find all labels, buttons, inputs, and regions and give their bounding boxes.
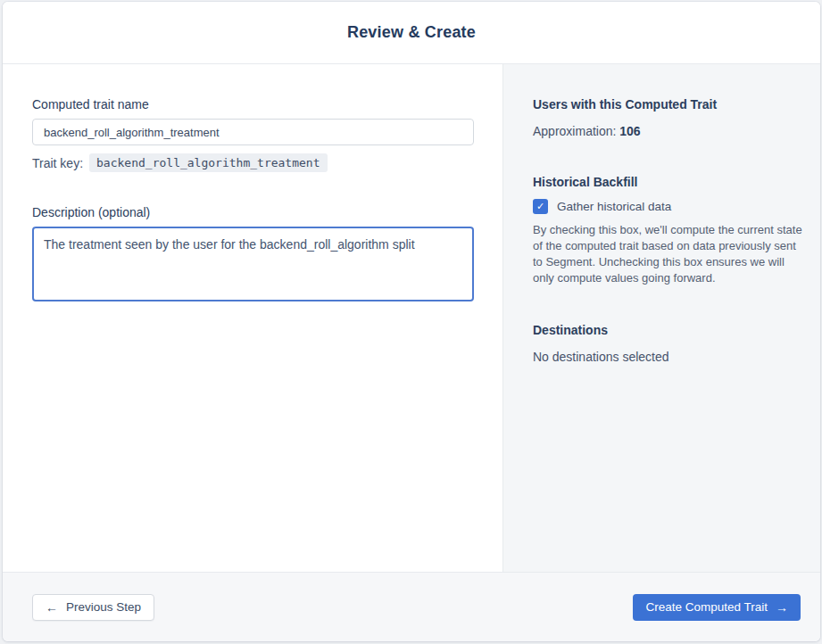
- summary-sidebar: Users with this Computed Trait Approxima…: [502, 64, 820, 572]
- description-label: Description (optional): [32, 205, 474, 219]
- page-title: Review & Create: [347, 23, 476, 42]
- previous-step-label: Previous Step: [66, 600, 141, 614]
- backfill-description: By checking this box, we'll compute the …: [533, 222, 806, 286]
- create-computed-trait-button[interactable]: Create Computed Trait →: [633, 594, 801, 621]
- computed-trait-name-label: Computed trait name: [32, 97, 474, 111]
- description-textarea[interactable]: The treatment seen by the user for the b…: [32, 227, 474, 301]
- backfill-heading: Historical Backfill: [533, 175, 806, 189]
- footer-bar: ← Previous Step Create Computed Trait →: [3, 572, 820, 641]
- review-create-card: Review & Create Computed trait name Trai…: [3, 2, 820, 641]
- gather-historical-data-label[interactable]: Gather historical data: [557, 200, 671, 213]
- arrow-left-icon: ←: [46, 601, 58, 614]
- users-section: Users with this Computed Trait Approxima…: [533, 97, 806, 138]
- computed-trait-name-input[interactable]: [32, 119, 474, 145]
- gather-historical-data-checkbox[interactable]: ✓: [533, 199, 548, 214]
- main-area: Computed trait name Trait key: backend_r…: [3, 64, 820, 572]
- gather-historical-data-row: ✓ Gather historical data: [533, 199, 806, 214]
- trait-key-badge: backend_roll_algorithm_treatment: [89, 153, 327, 172]
- checkmark-icon: ✓: [536, 201, 544, 212]
- trait-key-row: Trait key: backend_roll_algorithm_treatm…: [32, 153, 474, 172]
- approximation-row: Approximation: 106: [533, 124, 806, 138]
- approximation-value: 106: [619, 124, 640, 138]
- form-panel: Computed trait name Trait key: backend_r…: [3, 64, 502, 572]
- arrow-right-icon: →: [776, 601, 788, 614]
- backfill-section: Historical Backfill ✓ Gather historical …: [533, 175, 806, 286]
- approximation-label: Approximation:: [533, 124, 616, 138]
- users-heading: Users with this Computed Trait: [533, 97, 806, 111]
- trait-key-label: Trait key:: [32, 156, 83, 170]
- page-header: Review & Create: [3, 2, 820, 64]
- destinations-empty-text: No destinations selected: [533, 350, 806, 364]
- create-computed-trait-label: Create Computed Trait: [645, 600, 768, 614]
- previous-step-button[interactable]: ← Previous Step: [32, 594, 154, 621]
- destinations-heading: Destinations: [533, 323, 806, 337]
- destinations-section: Destinations No destinations selected: [533, 323, 806, 364]
